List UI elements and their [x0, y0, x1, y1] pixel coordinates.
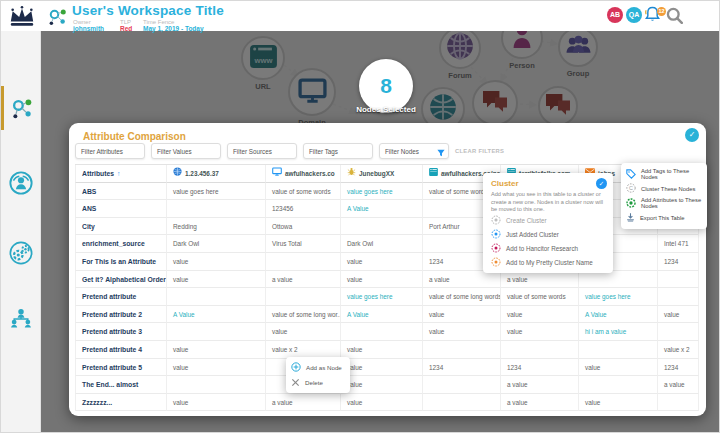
value-cell[interactable]: Intel 471 [658, 235, 699, 253]
value-cell[interactable]: value goes here [341, 288, 423, 306]
value-cell[interactable] [579, 341, 658, 359]
attribute-name-cell[interactable]: ANS [75, 200, 167, 218]
cluster-option-just-added-cluster[interactable]: Just Added Cluster [491, 228, 605, 242]
value-cell[interactable]: value [341, 359, 423, 377]
value-cell[interactable]: value [423, 323, 501, 341]
value-cell[interactable] [266, 288, 341, 306]
notifications-bell-icon[interactable]: 12 [645, 6, 663, 24]
value-cell[interactable]: value of some long wor... → [266, 306, 341, 324]
row-menu-item-delete[interactable]: Delete [291, 375, 345, 390]
value-cell[interactable]: value [341, 253, 423, 271]
value-cell[interactable] [658, 288, 699, 306]
menu-item-export-this-table[interactable]: Export This Table [626, 211, 702, 226]
attribute-name-cell[interactable]: Pretend attribute 4 [75, 341, 167, 359]
value-cell[interactable]: value of some words [501, 288, 579, 306]
value-cell[interactable]: value x 2 [658, 341, 699, 359]
attribute-name-cell[interactable]: City [75, 218, 167, 236]
value-cell[interactable]: value [501, 323, 579, 341]
value-cell[interactable]: Dark Owl [341, 235, 423, 253]
value-cell[interactable]: 1234 [658, 359, 699, 377]
menu-item-add-tags-to-these-nodes[interactable]: Add Tags to These Nodes [626, 167, 702, 182]
value-cell[interactable]: a value [266, 394, 341, 412]
value-cell[interactable]: a value [501, 394, 579, 412]
value-cell[interactable]: a value [266, 271, 341, 289]
value-cell[interactable]: Ottowa [266, 218, 341, 236]
value-cell[interactable]: value [167, 271, 266, 289]
value-cell[interactable]: 1234 [423, 359, 501, 377]
value-cell[interactable]: 1234 [501, 359, 579, 377]
value-cell[interactable]: value [501, 306, 579, 324]
attribute-name-cell[interactable]: For This Is an Attribute [75, 253, 167, 271]
value-cell[interactable]: 123456 [266, 200, 341, 218]
value-cell[interactable]: value [167, 359, 266, 377]
filter-input-filter-nodes[interactable]: Filter Nodes [379, 143, 449, 159]
value-cell[interactable] [167, 288, 266, 306]
filter-input-filter-tags[interactable]: Filter Tags [303, 143, 373, 159]
value-cell[interactable]: value [579, 394, 658, 412]
value-cell[interactable]: value goes here [167, 183, 266, 201]
value-cell[interactable]: value goes here [341, 183, 423, 201]
attribute-name-cell[interactable]: Get it? Alphabetical Order [75, 271, 167, 289]
attribute-name-cell[interactable]: The End... almost [75, 376, 167, 394]
value-cell[interactable] [658, 271, 699, 289]
value-cell[interactable]: value goes here [579, 288, 658, 306]
user-badge-ab[interactable]: AB [607, 7, 623, 23]
value-cell[interactable]: value [423, 306, 501, 324]
filter-input-filter-sources[interactable]: Filter Sources [227, 143, 297, 159]
value-cell[interactable]: value [167, 253, 266, 271]
value-cell[interactable] [341, 323, 423, 341]
row-menu-item-add-as-node[interactable]: Add as Node [291, 360, 345, 375]
attribute-name-cell[interactable]: enrichment_source [75, 235, 167, 253]
column-header-node[interactable]: awfulhackers.co [266, 165, 341, 183]
value-cell[interactable]: value [341, 376, 423, 394]
cluster-option-add-to-my-pretty-cluster-name[interactable]: Add to My Pretty Cluster Name [491, 256, 605, 270]
attribute-name-cell[interactable]: Zzzzzzz... [75, 394, 167, 412]
value-cell[interactable] [658, 323, 699, 341]
attribute-name-cell[interactable]: Pretend attribute [75, 288, 167, 306]
column-header-node[interactable]: 1.23.456.37 [167, 165, 266, 183]
value-cell[interactable]: hi i am a value [579, 323, 658, 341]
value-cell[interactable]: value x 2 [266, 341, 341, 359]
column-header-node[interactable]: JunebugXX [341, 165, 423, 183]
clear-filters-button[interactable]: CLEAR FILTERS [455, 148, 504, 154]
value-cell[interactable]: 1234 [658, 253, 699, 271]
sidebar-item-settings-view[interactable] [1, 233, 41, 273]
value-cell[interactable] [167, 323, 266, 341]
attribute-name-cell[interactable]: ABS [75, 183, 167, 201]
filter-input-filter-attributes[interactable]: Filter Attributes [75, 143, 145, 159]
value-cell[interactable] [423, 341, 501, 359]
value-cell[interactable] [658, 394, 699, 412]
value-cell[interactable]: value [579, 359, 658, 377]
column-header-attributes[interactable]: Attributes ↑ [75, 165, 167, 183]
value-cell[interactable] [579, 376, 658, 394]
value-cell[interactable]: value [341, 394, 423, 412]
value-cell[interactable]: Dark Owl [167, 235, 266, 253]
menu-item-add-attributes-to-these-nodes[interactable]: Add Attributes to These Nodes [626, 196, 702, 211]
value-cell[interactable]: a value [658, 376, 699, 394]
value-cell[interactable]: Redding [167, 218, 266, 236]
value-cell[interactable]: value [341, 341, 423, 359]
value-cell[interactable]: value [341, 271, 423, 289]
value-cell[interactable]: A Value [579, 306, 658, 324]
value-cell[interactable] [501, 341, 579, 359]
cluster-option-create-cluster[interactable]: Create Cluster [491, 214, 605, 228]
value-cell[interactable]: A Value [341, 200, 423, 218]
sidebar-item-people-view[interactable] [1, 163, 41, 203]
value-cell[interactable] [423, 394, 501, 412]
funnel-icon[interactable] [437, 147, 445, 162]
value-cell[interactable]: value [167, 341, 266, 359]
cluster-check-icon[interactable]: ✓ [596, 178, 607, 189]
sidebar-item-hierarchy-view[interactable] [1, 299, 41, 339]
value-cell[interactable]: A Value [167, 306, 266, 324]
value-cell[interactable] [341, 218, 423, 236]
user-badge-qa[interactable]: QA [626, 7, 642, 23]
attribute-name-cell[interactable]: Pretend attribute 5 [75, 359, 167, 377]
attribute-name-cell[interactable]: Pretend attribute 2 [75, 306, 167, 324]
value-cell[interactable] [423, 376, 501, 394]
value-cell[interactable] [266, 253, 341, 271]
value-cell[interactable]: value [167, 394, 266, 412]
attribute-name-cell[interactable]: Pretend attribute 3 [75, 323, 167, 341]
modal-check-icon[interactable]: ✓ [685, 128, 699, 142]
value-cell[interactable] [167, 376, 266, 394]
value-cell[interactable]: Virus Total [266, 235, 341, 253]
